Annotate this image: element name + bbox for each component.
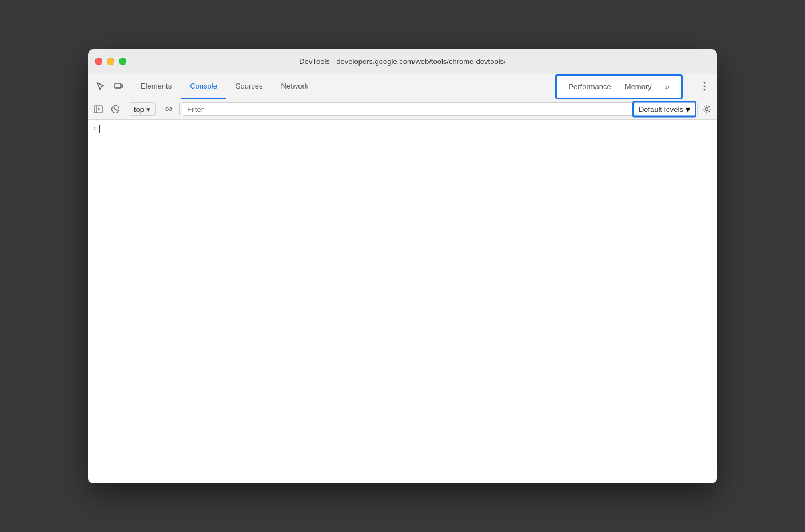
highlighted-tabs-area: Performance Memory »: [555, 74, 683, 99]
tab-bar-right-icons: [692, 74, 717, 99]
devtools-panel: Elements Console Sources Network Perform…: [88, 74, 717, 483]
live-expressions-button[interactable]: [161, 101, 177, 117]
tab-performance[interactable]: Performance: [561, 76, 617, 98]
tab-bar-left-icons: [88, 74, 131, 99]
tab-bar: Elements Console Sources Network Perform…: [88, 74, 717, 99]
device-toolbar-button[interactable]: [111, 78, 127, 94]
tab-console[interactable]: Console: [181, 74, 226, 99]
default-levels-dropdown-icon: ▾: [686, 104, 690, 115]
console-settings-button[interactable]: [699, 101, 715, 117]
svg-point-4: [704, 89, 706, 91]
console-chevron: ›: [93, 125, 97, 133]
title-bar: DevTools - developers.google.com/web/too…: [88, 49, 717, 74]
console-content[interactable]: ›: [88, 120, 717, 483]
svg-rect-5: [94, 106, 102, 113]
default-levels-button[interactable]: Default levels ▾: [632, 101, 696, 118]
tab-network[interactable]: Network: [272, 74, 318, 99]
filter-input[interactable]: [182, 102, 698, 116]
tab-memory[interactable]: Memory: [618, 76, 659, 98]
sidebar-toggle-button[interactable]: [90, 101, 106, 117]
dropdown-icon: ▾: [146, 105, 150, 114]
more-tabs-button[interactable]: »: [659, 76, 676, 98]
svg-point-2: [704, 82, 706, 84]
window-title: DevTools - developers.google.com/web/too…: [299, 57, 505, 66]
clear-console-button[interactable]: [107, 101, 123, 117]
toolbar-divider-2: [158, 103, 158, 115]
toolbar-divider-1: [126, 103, 126, 115]
console-toolbar: top ▾ Default levels ▾: [88, 99, 717, 120]
traffic-lights: [95, 58, 126, 65]
svg-point-3: [704, 86, 706, 87]
console-cursor: [99, 125, 100, 133]
svg-rect-0: [115, 83, 121, 88]
console-prompt-line: ›: [93, 125, 712, 133]
svg-point-9: [706, 108, 708, 111]
tab-elements[interactable]: Elements: [131, 74, 181, 99]
toolbar-divider-3: [179, 103, 180, 115]
close-button[interactable]: [95, 58, 102, 65]
context-selector[interactable]: top ▾: [129, 102, 156, 116]
tab-sources[interactable]: Sources: [226, 74, 272, 99]
devtools-window: DevTools - developers.google.com/web/too…: [88, 49, 717, 483]
more-options-button[interactable]: [696, 78, 712, 94]
tabs-list: Elements Console Sources Network: [131, 74, 317, 99]
maximize-button[interactable]: [119, 58, 126, 65]
svg-point-8: [168, 109, 170, 110]
minimize-button[interactable]: [107, 58, 114, 65]
svg-rect-1: [121, 85, 123, 87]
inspect-element-button[interactable]: [93, 78, 109, 94]
